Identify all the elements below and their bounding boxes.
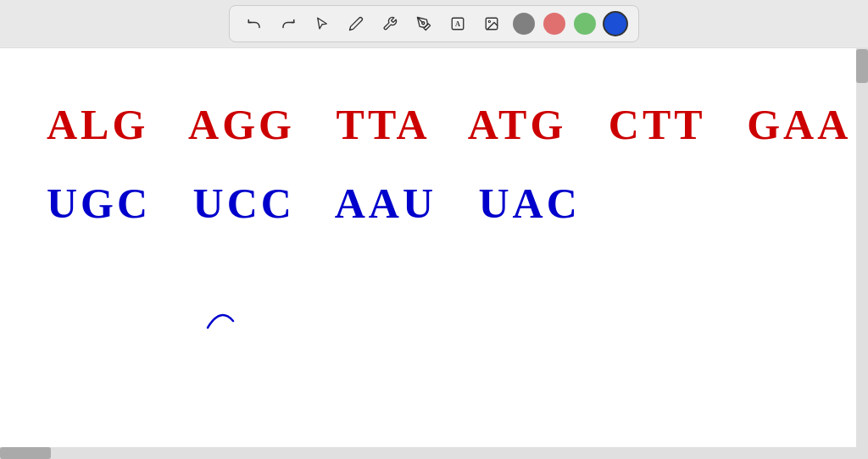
undo-icon xyxy=(247,16,262,31)
squiggle-mark xyxy=(199,302,242,336)
scrollbar-thumb-horizontal[interactable] xyxy=(0,447,51,459)
app-container: A ALG AGG TTA ATG CTT xyxy=(0,0,868,459)
scrollbar-thumb-vertical[interactable] xyxy=(856,49,868,83)
color-gray[interactable] xyxy=(513,13,535,35)
svg-point-0 xyxy=(422,22,425,25)
canvas-text-line2: UGC UCC AAU UAC xyxy=(47,174,581,233)
text-icon: A xyxy=(450,16,465,31)
image-button[interactable] xyxy=(479,11,504,36)
svg-point-4 xyxy=(488,20,490,22)
highlighter-icon xyxy=(416,16,431,31)
redo-button[interactable] xyxy=(275,11,301,36)
highlighter-button[interactable] xyxy=(411,11,437,36)
redo-icon xyxy=(281,16,296,31)
select-button[interactable] xyxy=(309,11,335,36)
image-icon xyxy=(484,16,499,31)
vertical-scrollbar[interactable] xyxy=(856,47,868,447)
tools-button[interactable] xyxy=(377,11,403,36)
text-button[interactable]: A xyxy=(445,11,470,36)
color-blue[interactable] xyxy=(604,13,626,35)
svg-text:A: A xyxy=(455,20,460,28)
tools-icon xyxy=(382,16,398,31)
canvas-text-line1: ALG AGG TTA ATG CTT GAA ACA xyxy=(47,95,856,154)
toolbar-wrapper: A xyxy=(0,0,868,47)
canvas-area[interactable]: ALG AGG TTA ATG CTT GAA ACA UGC UCC AAU … xyxy=(0,47,856,447)
pen-icon xyxy=(348,16,364,31)
toolbar: A xyxy=(229,5,639,42)
undo-button[interactable] xyxy=(242,11,267,36)
pen-button[interactable] xyxy=(343,11,369,36)
select-icon xyxy=(314,16,330,31)
color-pink[interactable] xyxy=(543,13,565,35)
color-green[interactable] xyxy=(574,13,596,35)
horizontal-scrollbar[interactable] xyxy=(0,447,868,459)
